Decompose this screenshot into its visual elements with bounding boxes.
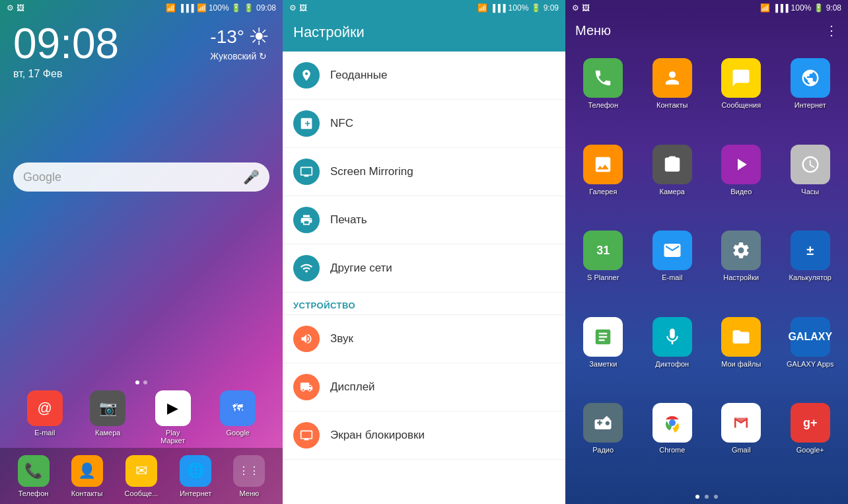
app-radio[interactable]: Радио (569, 396, 638, 483)
playstore-icon: ▶ (155, 390, 191, 426)
app-galaxy-apps[interactable]: GALAXY GALAXY Apps (776, 310, 845, 397)
app-calculator[interactable]: ± Калькулятор (776, 224, 845, 310)
settings-other-networks[interactable]: Другие сети (283, 244, 565, 293)
dock-camera[interactable]: 📷 Камера (90, 390, 125, 445)
settings-nfc[interactable]: NFC (283, 100, 565, 148)
bottom-internet-label: Интернет (180, 489, 211, 497)
internet-app-icon (791, 58, 830, 98)
email-icon: @ (27, 390, 63, 426)
my-files-app-label: Мои файлы (721, 360, 761, 368)
splanner-app-label: S Planner (587, 273, 619, 281)
app-googleplus[interactable]: g+ Google+ (776, 396, 845, 483)
app-camera[interactable]: Камера (638, 138, 707, 225)
settings-signal: ▐▐▐ (490, 4, 505, 12)
dock-email-label: E-mail (34, 429, 55, 437)
menu-time: 9:08 (826, 3, 841, 13)
menu-notif-icon: ⚙ (572, 3, 579, 13)
bottom-phone[interactable]: 📞 Телефон (18, 455, 50, 497)
bottom-contacts-label: Контакты (71, 489, 103, 497)
settings-sound[interactable]: Звук (283, 315, 565, 363)
settings-display[interactable]: Дисплей (283, 363, 565, 412)
app-clock[interactable]: Часы (776, 138, 845, 225)
app-email[interactable]: E-mail (638, 224, 707, 310)
menu-dot-2 (705, 495, 709, 499)
app-contacts[interactable]: Контакты (638, 52, 707, 138)
app-gmail[interactable]: Gmail (707, 396, 776, 483)
bottom-messages[interactable]: ✉ Сообще... (125, 455, 159, 497)
print-label: Печать (330, 213, 367, 227)
home-page-dots (131, 377, 151, 388)
chrome-app-icon (653, 403, 692, 443)
menu-battery: 100% 🔋 (791, 3, 824, 13)
menu-page-dots (565, 489, 848, 504)
settings-lock-screen[interactable]: Экран блокировки (283, 412, 565, 460)
app-voice-recorder[interactable]: Диктофон (638, 310, 707, 397)
clock-app-icon (791, 145, 830, 184)
home-bottom-bar: 📞 Телефон 👤 Контакты ✉ Сообще... 🌐 Интер… (0, 448, 283, 504)
app-messages[interactable]: Сообщения (707, 52, 776, 138)
phone-icon: 📞 (18, 455, 50, 487)
mic-icon[interactable]: 🎤 (243, 169, 260, 185)
dock-playstore-label: Play Маркет (153, 429, 193, 445)
menu-status-left: ⚙ 🖼 (572, 3, 590, 13)
dock-google[interactable]: 🗺 Google (220, 390, 256, 445)
dock-email[interactable]: @ E-mail (27, 390, 63, 445)
display-icon (293, 374, 320, 400)
radio-app-label: Радио (592, 446, 614, 454)
email-app-label: E-mail (662, 273, 682, 281)
settings-status-right: 📶 ▐▐▐ 100% 🔋 9:09 (477, 3, 559, 13)
menu-icon: ⋮⋮ (233, 455, 265, 487)
bottom-internet[interactable]: 🌐 Интернет (180, 455, 211, 497)
refresh-icon[interactable]: ↻ (259, 51, 267, 61)
menu-more-icon[interactable]: ⋮ (825, 22, 838, 38)
app-notes[interactable]: Заметки (569, 310, 638, 397)
app-settings[interactable]: Настройки (707, 224, 776, 310)
bottom-menu[interactable]: ⋮⋮ Меню (233, 455, 265, 497)
home-status-right: 📶 ▐▐▐ 📶 100% 🔋 🔋 09:08 (166, 3, 276, 13)
home-date-display: вт, 17 Фев (13, 68, 269, 80)
bottom-menu-label: Меню (240, 489, 260, 497)
settings-img-icon: 🖼 (299, 3, 307, 13)
home-wifi-icon: 📶 (166, 3, 176, 13)
settings-screen-mirroring[interactable]: Screen Mirroring (283, 148, 565, 196)
menu-title: Меню (575, 23, 611, 38)
search-bar[interactable]: Google 🎤 (13, 162, 269, 192)
settings-geodata[interactable]: Геоданные (283, 52, 565, 100)
app-splanner[interactable]: 31 S Planner (569, 224, 638, 310)
app-internet[interactable]: Интернет (776, 52, 845, 138)
app-gallery[interactable]: Галерея (569, 138, 638, 225)
sound-icon (293, 326, 320, 352)
app-video[interactable]: Видео (707, 138, 776, 225)
settings-battery: 100% 🔋 (509, 3, 541, 13)
bottom-messages-label: Сообще... (125, 489, 159, 497)
app-chrome[interactable]: Chrome (638, 396, 707, 483)
phone-app-label: Телефон (588, 101, 618, 109)
weather-location: Жуковский ↻ (210, 51, 269, 61)
home-battery-icon: 🔋 (244, 3, 254, 13)
app-menu-panel: ⚙ 🖼 📶 ▐▐▐ 100% 🔋 9:08 Меню ⋮ Телефон (565, 0, 848, 504)
voice-recorder-app-icon (653, 317, 692, 357)
bottom-phone-label: Телефон (18, 489, 49, 497)
page-dot-1 (135, 380, 139, 384)
camera-app-label: Камера (660, 188, 685, 196)
weather-temperature: -13° (210, 26, 244, 48)
bottom-contacts[interactable]: 👤 Контакты (71, 455, 103, 497)
menu-header: Меню ⋮ (565, 16, 848, 45)
print-icon (293, 207, 320, 233)
splanner-app-icon: 31 (583, 231, 623, 270)
home-screen: ⚙ 🖼 📶 ▐▐▐ 📶 100% 🔋 🔋 09:08 09:08 вт, 17 … (0, 0, 283, 504)
notes-app-icon (583, 317, 623, 357)
page-dot-2 (143, 380, 147, 384)
dock-camera-label: Камера (95, 429, 120, 437)
home-status-left: ⚙ 🖼 (7, 3, 24, 13)
nfc-label: NFC (330, 117, 353, 130)
app-phone[interactable]: Телефон (569, 52, 638, 138)
app-my-files[interactable]: Мои файлы (707, 310, 776, 397)
contacts-app-label: Контакты (656, 101, 688, 109)
geodata-label: Геоданные (330, 69, 387, 82)
weather-sun-icon: ☀ (248, 23, 269, 51)
dock-playstore[interactable]: ▶ Play Маркет (153, 390, 193, 445)
settings-print[interactable]: Печать (283, 196, 565, 244)
settings-app-label: Настройки (723, 273, 759, 281)
settings-wifi-icon: 📶 (477, 3, 487, 13)
